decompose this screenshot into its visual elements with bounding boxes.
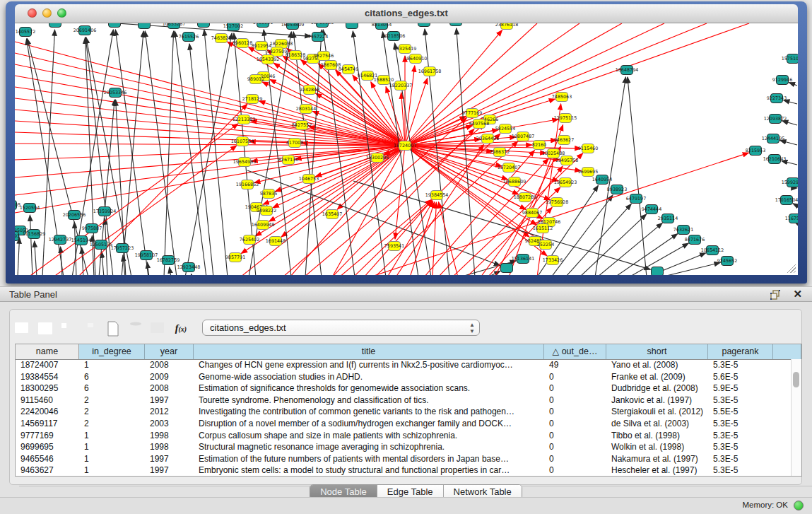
graph-node[interactable]: 12093872 <box>764 115 787 124</box>
graph-node[interactable]: 1733426 <box>543 256 563 265</box>
graph-node[interactable]: 2803144 <box>296 105 316 114</box>
graph-node[interactable]: 18220337 <box>389 81 413 90</box>
column-header-name[interactable]: name <box>16 344 79 359</box>
float-panel-icon[interactable] <box>770 289 781 300</box>
graph-node[interactable]: 9129946 <box>772 76 792 85</box>
show-columns-button[interactable] <box>36 320 54 338</box>
graph-node[interactable]: 8813054 <box>372 23 392 30</box>
table-row[interactable]: 1456911722003Disruption of a novel membe… <box>16 418 792 430</box>
graph-node[interactable] <box>418 23 430 27</box>
column-header-pagerank[interactable]: pagerank <box>708 344 773 359</box>
row-height-button[interactable] <box>81 320 100 338</box>
graph-node[interactable]: 18640910 <box>404 54 428 64</box>
graph-node[interactable]: 10807487 <box>512 132 535 141</box>
graph-node[interactable]: 19756928 <box>546 198 569 207</box>
graph-node[interactable]: 1691448 <box>266 237 286 246</box>
graph-node[interactable]: 9857791 <box>225 253 245 262</box>
table-selector-dropdown[interactable]: citations_edges.txt ▲▼ <box>202 320 480 336</box>
graph-node[interactable]: 20053346 <box>104 88 127 98</box>
graph-node[interactable]: 8454749 <box>339 65 358 74</box>
graph-node[interactable]: 17016504 <box>775 196 798 205</box>
graph-node[interactable]: 19384554 <box>425 191 449 200</box>
graph-node[interactable]: 10688609 <box>503 177 526 187</box>
graph-node[interactable]: 7957224 <box>308 33 328 42</box>
graph-node[interactable]: 19958107 <box>135 251 158 260</box>
table-options-button[interactable] <box>13 320 32 338</box>
graph-node[interactable]: 1405572 <box>16 28 35 37</box>
graph-node[interactable]: 12444195 <box>762 134 785 144</box>
graph-node[interactable]: 1527002 <box>223 23 243 31</box>
graph-node[interactable]: 9245652 <box>717 257 737 266</box>
graph-node[interactable]: 6497568 <box>469 119 489 129</box>
table-row[interactable]: 946554611997Estimation of the future num… <box>16 453 792 465</box>
graph-node[interactable]: 7463822 <box>211 34 231 43</box>
graph-node[interactable]: 16961758 <box>418 67 442 76</box>
graph-node[interactable] <box>49 23 61 28</box>
graph-node[interactable]: 16053809 <box>281 23 305 30</box>
graph-node[interactable]: 11156829 <box>23 230 46 239</box>
window-titlebar[interactable]: citations_edges.txt <box>15 4 798 23</box>
graph-node[interactable]: 8215953 <box>746 146 765 156</box>
graph-node[interactable]: 6479197 <box>626 194 646 204</box>
graph-node[interactable]: 9474444 <box>642 205 661 214</box>
table-row[interactable]: 1830029562008Estimation of significance … <box>16 382 792 395</box>
graph-node[interactable]: 19218506 <box>382 32 406 41</box>
graph-node[interactable]: 9884067 <box>522 209 542 218</box>
graph-node[interactable]: 18325419 <box>394 45 417 54</box>
graph-node[interactable]: 12975115 <box>554 114 577 123</box>
vertical-scrollbar[interactable] <box>791 359 801 476</box>
graph-node[interactable]: 16210643 <box>763 155 787 164</box>
graph-node[interactable]: 12942737 <box>49 235 72 245</box>
graph-node[interactable]: 7615526 <box>179 33 199 42</box>
graph-node[interactable]: 23876118 <box>495 23 519 30</box>
graph-node[interactable]: 20364436 <box>476 134 500 144</box>
graph-node[interactable]: 2935114 <box>658 214 678 223</box>
graph-node[interactable]: 10719155 <box>311 23 334 28</box>
select-rows-button[interactable] <box>59 320 77 338</box>
table-row[interactable]: 911546021997Tourette syndrome. Phenomeno… <box>16 395 792 407</box>
graph-node[interactable]: 17359924 <box>93 207 117 216</box>
graph-node[interactable]: 9242848 <box>300 86 319 95</box>
graph-node[interactable]: 9463627 <box>554 136 574 145</box>
graph-node[interactable]: 82160 <box>532 141 546 150</box>
graph-node[interactable]: 1167534 <box>785 214 798 223</box>
graph-node[interactable] <box>652 267 664 276</box>
graph-node[interactable]: 16782759 <box>157 256 180 265</box>
graph-node[interactable]: 417008 <box>286 139 303 148</box>
graph-node[interactable]: 7632621 <box>673 226 693 235</box>
column-header-year[interactable]: year <box>145 344 194 359</box>
graph-node[interactable]: 587835 <box>260 189 277 199</box>
graph-node[interactable]: 2718129 <box>242 95 262 104</box>
network-canvas[interactable]: 1405572206914061065328715270026466161160… <box>15 23 798 275</box>
graph-node[interactable]: 12923448 <box>177 263 201 272</box>
graph-node[interactable]: 17957223 <box>111 244 134 253</box>
graph-node[interactable]: 9699695 <box>578 168 598 177</box>
graph-node[interactable] <box>139 23 151 29</box>
graph-node[interactable]: 5824554 <box>495 124 515 134</box>
graph-node[interactable]: 6466161 <box>253 23 273 28</box>
graph-node[interactable]: 15751074 <box>782 54 798 64</box>
graph-node[interactable]: 19495758 <box>555 156 579 165</box>
table-row[interactable]: 1872400712008Changes of HCN gene express… <box>16 359 792 371</box>
column-header-title[interactable]: title <box>194 344 544 359</box>
graph-node[interactable]: 7625402 <box>240 235 259 245</box>
close-panel-icon[interactable]: ✕ <box>793 288 802 300</box>
graph-node[interactable]: 20691406 <box>73 26 97 35</box>
graph-node[interactable]: 7593541 <box>384 242 404 251</box>
new-table-button[interactable] <box>104 320 122 338</box>
graph-node[interactable]: 8267130 <box>278 156 298 165</box>
graph-node[interactable]: 15992971 <box>782 178 798 187</box>
graph-node[interactable]: 19654923 <box>554 178 577 187</box>
table-row[interactable]: 2242004622012Investigating the contribut… <box>16 406 792 418</box>
graph-node[interactable]: 19166852 <box>236 180 259 189</box>
graph-node[interactable]: 16409948 <box>252 221 275 230</box>
graph-node[interactable]: 9975887 <box>82 224 102 233</box>
graph-node[interactable]: 989012 <box>247 75 264 84</box>
table-row[interactable]: 946362711997Embryonic stem cells: a mode… <box>16 465 792 476</box>
scrollbar-thumb[interactable] <box>793 372 799 387</box>
graph-node[interactable] <box>450 23 462 26</box>
column-header-short[interactable]: short <box>606 344 708 359</box>
graph-node[interactable]: 8938923 <box>607 185 627 194</box>
column-header-in_degree[interactable]: in_degree <box>79 344 145 359</box>
graph-node[interactable]: 8471676 <box>685 235 705 245</box>
